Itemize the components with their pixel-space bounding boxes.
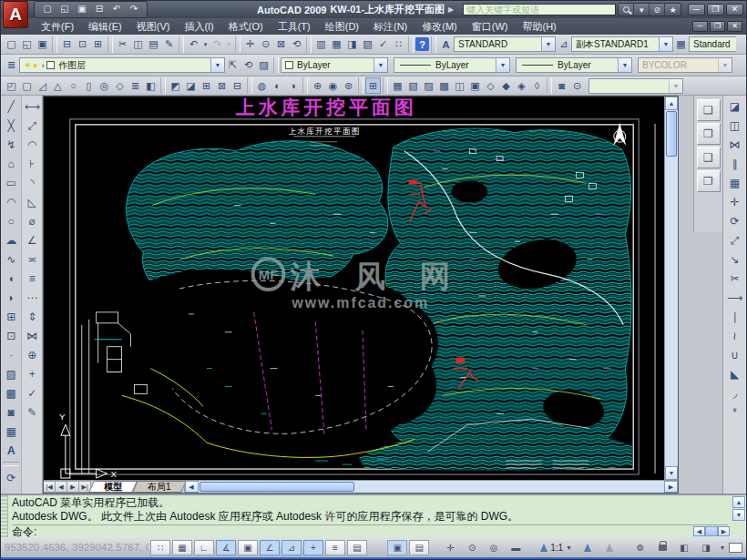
make-block-icon[interactable]: ⊡ (2, 326, 21, 345)
match-properties-icon[interactable]: ✎ (161, 36, 177, 53)
doc-minimize-button[interactable]: ─ (692, 21, 708, 32)
join-icon[interactable]: ∪ (725, 345, 744, 364)
tab-layout1[interactable]: 布局1 (135, 481, 184, 493)
undo-dropdown-icon[interactable]: ▾ (201, 36, 210, 53)
lineweight-toggle[interactable]: ≡ (325, 540, 345, 555)
scroll-up-icon[interactable]: ▲ (665, 97, 678, 110)
dimension-edit-icon[interactable]: ✎ (23, 402, 42, 422)
plot-icon[interactable]: ⊟ (91, 3, 107, 16)
vertical-scrollbar[interactable]: ▲ ▼ (664, 97, 678, 480)
combo-arrow-icon[interactable]: ▼ (659, 37, 672, 51)
cylinder-icon[interactable]: ▯ (81, 77, 97, 94)
linetype-combo[interactable]: ByLayer ▼ (394, 57, 510, 73)
communication-center-icon[interactable]: ⊘ (650, 4, 665, 15)
send-under-objects-icon[interactable]: ❒ (697, 170, 721, 192)
text-style-combo[interactable]: STANDARD ▼ (454, 36, 556, 52)
combo-arrow-icon[interactable]: ▼ (541, 37, 555, 51)
command-window-grip[interactable] (1, 495, 8, 537)
quickcalc-icon[interactable]: ∷ (391, 36, 406, 53)
aligned-dimension-icon[interactable]: ⤢ (23, 116, 42, 135)
layer-lock-icon[interactable]: ◑ (40, 61, 45, 70)
rotate-icon[interactable]: ⟳ (725, 211, 744, 230)
inspection-icon[interactable]: ✓ (23, 383, 42, 402)
autocad-menu-browser-icon[interactable]: A (3, 1, 28, 28)
menu-insert[interactable]: 插入(I) (177, 18, 220, 35)
combo-arrow-icon[interactable]: ▼ (496, 58, 509, 72)
sweep-icon[interactable]: ⊞ (199, 77, 214, 94)
construction-line-icon[interactable]: ╳ (2, 116, 21, 135)
new-icon[interactable]: ▢ (4, 36, 19, 53)
auto-annotation-scale-icon[interactable] (599, 540, 619, 555)
3d-views-icon[interactable]: ⊞ (365, 77, 381, 94)
combo-arrow-icon[interactable]: ▼ (618, 58, 631, 72)
sphere-icon[interactable]: ○ (66, 77, 81, 94)
plot-icon[interactable]: ⊟ (59, 36, 75, 53)
ordinate-dimension-icon[interactable]: ⊦ (23, 154, 42, 173)
revision-cloud-icon[interactable]: ☁ (2, 230, 21, 249)
send-to-back-icon[interactable]: ❐ (697, 123, 721, 145)
ellipse-arc-icon[interactable]: ◗ (2, 288, 21, 307)
menu-edit[interactable]: 编辑(E) (81, 18, 129, 35)
layer-states-icon[interactable]: ▨ (256, 57, 271, 74)
scroll-right-icon[interactable]: ▶ (664, 481, 678, 493)
layer-combo[interactable]: ☀ ● ◑ 作图层 ▼ (19, 57, 225, 73)
intersect-icon[interactable]: ◑ (285, 77, 301, 94)
ortho-toggle[interactable]: ∟ (194, 540, 214, 555)
point-icon[interactable]: · (2, 345, 21, 364)
zoom-realtime-icon[interactable]: ⊙ (258, 36, 273, 53)
dimension-break-icon[interactable]: ⋈ (23, 326, 42, 345)
helix-icon[interactable]: ≣ (128, 77, 143, 94)
polar-toggle[interactable]: ∡ (216, 540, 236, 555)
designcenter-icon[interactable]: ▦ (329, 36, 344, 53)
arc-length-dimension-icon[interactable]: ◠ (23, 135, 42, 154)
doc-close-button[interactable]: ✕ (727, 21, 742, 32)
grid-toggle[interactable]: ▦ (172, 540, 192, 555)
tab-model[interactable]: 模型 (91, 481, 135, 493)
scroll-down-icon[interactable]: ▼ (665, 466, 678, 480)
layer-previous-icon[interactable]: ⟲ (240, 57, 256, 74)
table-icon[interactable]: ▦ (2, 422, 21, 441)
view-sw-iso-icon[interactable]: ◇ (483, 77, 498, 94)
pyramid-icon[interactable]: ◇ (112, 77, 128, 94)
favorites-star-icon[interactable]: ★ (665, 4, 680, 15)
presspull-icon[interactable]: ⊟ (230, 77, 245, 94)
chamfer-icon[interactable]: ◣ (725, 364, 744, 383)
command-scroll-up-icon[interactable]: ▲ (732, 496, 745, 508)
linear-dimension-icon[interactable]: ⟷ (23, 97, 42, 116)
diameter-dimension-icon[interactable]: ⌀ (23, 211, 42, 230)
table-style-combo[interactable]: Standard (689, 36, 736, 52)
command-scroll-right-icon[interactable]: ▶ (718, 526, 730, 536)
constrained-orbit-icon[interactable]: ◉ (325, 77, 341, 94)
dimension-space-icon[interactable]: ⇕ (23, 307, 42, 326)
horizontal-scrollbar[interactable]: ◀ ▶ (184, 481, 678, 493)
make-object-layer-current-icon[interactable]: ⇱ (225, 57, 240, 74)
jogged-dimension-icon[interactable]: ◺ (23, 192, 42, 211)
redo-dropdown-icon[interactable]: ▾ (225, 36, 233, 53)
pan-icon[interactable]: ✛ (440, 540, 460, 555)
subtract-icon[interactable]: ◐ (270, 77, 285, 94)
baseline-dimension-icon[interactable]: ≡ (23, 269, 42, 288)
first-tab-icon[interactable]: |◀ (44, 481, 56, 493)
command-scroll-left-icon[interactable]: ◀ (693, 526, 705, 536)
prev-tab-icon[interactable]: ◀ (56, 481, 67, 493)
radius-dimension-icon[interactable]: ◝ (23, 173, 42, 192)
layer-freeze-icon[interactable]: ● (33, 61, 37, 70)
drawing-area[interactable]: 上水库开挖平面图 (44, 97, 664, 480)
table-style-icon[interactable]: ▦ (673, 36, 689, 53)
lineweight-combo[interactable]: ByLayer ▼ (516, 57, 632, 73)
offset-icon[interactable]: ∥ (725, 154, 744, 173)
polysolid-icon[interactable]: ◰ (4, 77, 19, 94)
status-menu-arrow-icon[interactable]: ▼ (718, 540, 727, 555)
cad-drawing[interactable]: 上水库开挖平面图 (44, 97, 664, 480)
arc-icon[interactable]: ◠ (2, 192, 21, 211)
dim-style-combo[interactable]: 副本STANDARD1 ▼ (571, 36, 673, 52)
menu-tools[interactable]: 工具(T) (271, 18, 318, 35)
menu-help[interactable]: 帮助(H) (516, 18, 564, 35)
search-input[interactable]: 键入关键字或短语 (463, 4, 616, 15)
properties-icon[interactable]: ▥ (313, 36, 329, 53)
wedge-icon[interactable]: ◿ (35, 77, 50, 94)
open-icon[interactable]: ◱ (19, 36, 35, 53)
cone-icon[interactable]: △ (50, 77, 66, 94)
tolerance-icon[interactable]: ⊕ (23, 345, 42, 364)
minimize-button[interactable]: ─ (688, 4, 705, 15)
